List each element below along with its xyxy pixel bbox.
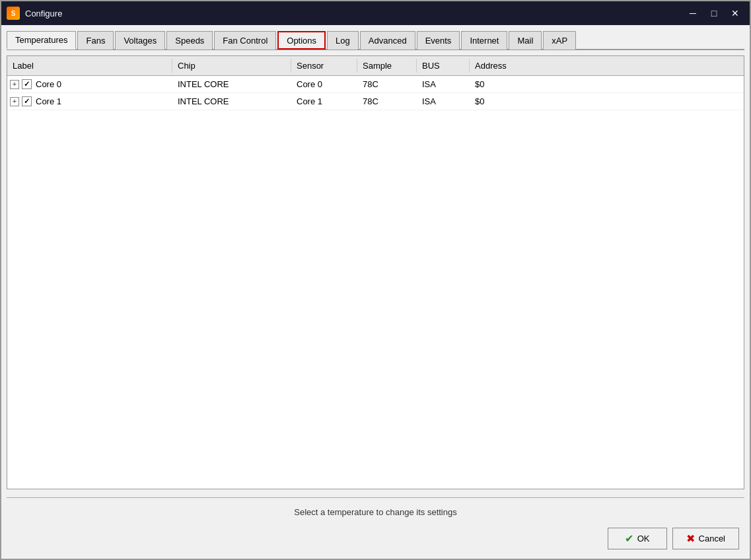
cell-chip-core0: INTEL CORE	[172, 77, 291, 91]
separator	[7, 497, 744, 498]
label-cell-core1: +Core 1	[7, 94, 172, 108]
ok-label: OK	[637, 534, 650, 543]
col-header-address: Address	[470, 59, 536, 73]
bottom-message: Select a temperature to change its setti…	[7, 501, 744, 524]
tab-advanced[interactable]: Advanced	[360, 31, 415, 50]
col-header-bus: BUS	[417, 59, 470, 73]
titlebar-controls: ─ □ ✕	[684, 6, 744, 20]
cell-address-core1: $0	[470, 94, 536, 108]
col-header-label: Label	[7, 59, 172, 73]
table-header: LabelChipSensorSampleBUSAddress	[7, 56, 744, 76]
cell-sample-core1: 78C	[357, 94, 417, 108]
cell-sensor-core1: Core 1	[291, 94, 357, 108]
tab-log[interactable]: Log	[327, 31, 359, 50]
app-icon: S	[7, 7, 20, 20]
table-row[interactable]: +Core 0INTEL CORECore 078CISA$0	[7, 76, 744, 93]
window-title: Configure	[25, 9, 62, 18]
row-label-core0: Core 0	[36, 79, 61, 89]
tab-xap[interactable]: xAP	[543, 31, 576, 50]
tab-mail[interactable]: Mail	[509, 31, 542, 50]
tab-fan-control[interactable]: Fan Control	[214, 31, 276, 50]
tab-voltages[interactable]: Voltages	[115, 31, 165, 50]
content-area: TemperaturesFansVoltagesSpeedsFan Contro…	[1, 25, 750, 559]
tab-temperatures[interactable]: Temperatures	[7, 31, 76, 50]
tab-fans[interactable]: Fans	[77, 31, 114, 50]
titlebar: S Configure ─ □ ✕	[1, 1, 750, 25]
cancel-label: Cancel	[699, 534, 725, 543]
cell-sample-core0: 78C	[357, 77, 417, 91]
expand-button-core1[interactable]: +	[10, 97, 19, 106]
cell-chip-core1: INTEL CORE	[172, 94, 291, 108]
tab-options[interactable]: Options	[277, 31, 326, 50]
col-header-sample: Sample	[357, 59, 417, 73]
maximize-button[interactable]: □	[705, 6, 723, 20]
titlebar-left: S Configure	[7, 7, 62, 20]
main-area: LabelChipSensorSampleBUSAddress +Core 0I…	[7, 55, 744, 489]
checkbox-core0[interactable]	[22, 79, 32, 89]
minimize-button[interactable]: ─	[684, 6, 702, 20]
tab-speeds[interactable]: Speeds	[166, 31, 213, 50]
row-label-core1: Core 1	[36, 96, 61, 106]
cell-bus-core1: ISA	[417, 94, 470, 108]
col-header-chip: Chip	[172, 59, 291, 73]
cell-address-core0: $0	[470, 77, 536, 91]
cell-sensor-core0: Core 0	[291, 77, 357, 91]
cell-bus-core0: ISA	[417, 77, 470, 91]
cancel-button[interactable]: ✖ Cancel	[672, 528, 739, 549]
close-button[interactable]: ✕	[726, 6, 744, 20]
checkbox-core1[interactable]	[22, 96, 32, 106]
tab-internet[interactable]: Internet	[461, 31, 507, 50]
table-row[interactable]: +Core 1INTEL CORECore 178CISA$0	[7, 93, 744, 110]
tab-events[interactable]: Events	[417, 31, 460, 50]
label-cell-core0: +Core 0	[7, 77, 172, 91]
col-header-sensor: Sensor	[291, 59, 357, 73]
ok-button[interactable]: ✔ OK	[608, 528, 667, 549]
table-body: +Core 0INTEL CORECore 078CISA$0+Core 1IN…	[7, 76, 744, 489]
ok-icon: ✔	[625, 532, 633, 545]
tabs-container: TemperaturesFansVoltagesSpeedsFan Contro…	[7, 30, 744, 50]
cancel-icon: ✖	[686, 532, 695, 545]
configure-window: S Configure ─ □ ✕ TemperaturesFansVoltag…	[0, 0, 751, 560]
footer: ✔ OK ✖ Cancel	[7, 524, 744, 553]
expand-button-core0[interactable]: +	[10, 80, 19, 89]
